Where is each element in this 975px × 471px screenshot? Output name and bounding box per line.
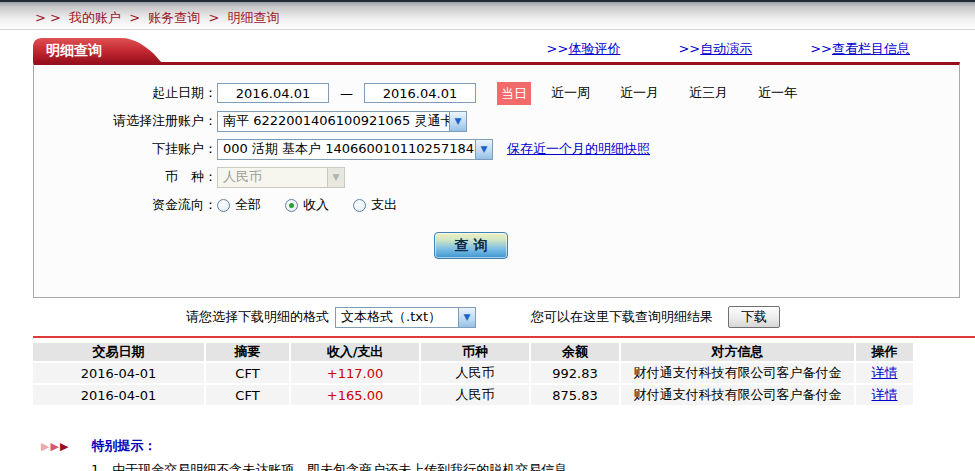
chevron-down-icon[interactable]: ▼ (475, 140, 492, 159)
date-range-label: 起止日期： (34, 84, 217, 102)
flow-option-expense-label: 支出 (371, 196, 397, 214)
flow-option-all[interactable]: 全部 (217, 196, 261, 214)
download-hint-text: 您可以在这里下载查询明细结果 (531, 308, 713, 326)
flow-option-expense[interactable]: 支出 (353, 196, 397, 214)
currency-row: 币 种： 人民币 ▼ (34, 166, 959, 188)
cell-summary: CFT (205, 362, 290, 384)
quick-range-month-button[interactable]: 近一月 (620, 84, 659, 102)
registered-account-label: 请选择注册账户： (34, 112, 217, 130)
link-prefix: >> (547, 41, 569, 56)
cell-counterparty: 财付通支付科技有限公司客户备付金 (620, 362, 855, 384)
transactions-table: 交易日期 摘要 收入/支出 币种 余额 对方信息 操作 2016-04-01 C… (33, 343, 913, 407)
col-header-action: 操作 (855, 343, 913, 362)
breadcrumb-prefix: > > (35, 10, 61, 25)
flow-option-income[interactable]: 收入 (285, 196, 329, 214)
query-button[interactable]: 查 询 (434, 232, 508, 259)
table-row: 2016-04-01 CFT +165.00 人民币 875.83 财付通支付科… (33, 384, 913, 406)
special-note-line: 1．由于现金交易明细不含未达账项，即未包含商户还未上传到我行的脱机交易信息 (41, 461, 960, 471)
date-from-input[interactable] (217, 83, 329, 103)
registered-account-value: 南平 6222001406100921065 灵通卡 (218, 112, 449, 130)
main-content: 明细查询 >>体验评价 >>自动演示 >>查看栏目信息 起止日期： — 当日 近… (0, 38, 975, 471)
tab-detail-query: 明细查询 (33, 38, 161, 62)
download-format-value: 文本格式（.txt） (336, 308, 458, 326)
date-range-row: 起止日期： — 当日 近一周 近一月 近三月 近一年 (34, 82, 959, 104)
currency-value: 人民币 (218, 168, 327, 186)
flow-option-all-label: 全部 (235, 196, 261, 214)
special-note: ▶ ▶ ▶ 特别提示： 1．由于现金交易明细不含未达账项，即未包含商户还未上传到… (33, 437, 960, 471)
cell-currency: 人民币 (420, 362, 530, 384)
quick-range-year-button[interactable]: 近一年 (758, 84, 797, 102)
top-gradient-bar: > > 我的账户 > 账务查询 > 明细查询 (0, 0, 975, 30)
col-header-counterparty: 对方信息 (620, 343, 855, 362)
top-links: >>体验评价 >>自动演示 >>查看栏目信息 (489, 40, 960, 62)
breadcrumb-separator: > (208, 10, 219, 25)
registered-account-row: 请选择注册账户： 南平 6222001406100921065 灵通卡 ▼ (34, 110, 959, 132)
cell-amount: +165.00 (290, 384, 420, 406)
cell-date: 2016-04-01 (33, 384, 205, 406)
download-button[interactable]: 下载 (728, 306, 780, 328)
radio-selected-icon[interactable] (285, 199, 298, 212)
cell-counterparty: 财付通支付科技有限公司客户备付金 (620, 384, 855, 406)
experience-rating-link[interactable]: >>体验评价 (547, 40, 621, 58)
sub-account-label: 下挂账户： (34, 140, 217, 158)
breadcrumb-item-detail-query[interactable]: 明细查询 (227, 10, 279, 25)
sub-account-row: 下挂账户： 000 活期 基本户 1406600101102571848 ▼ 保… (34, 138, 959, 160)
col-header-currency: 币种 (420, 343, 530, 362)
red-divider (33, 336, 975, 338)
breadcrumb: > > 我的账户 > 账务查询 > 明细查询 (0, 2, 975, 27)
cell-balance: 875.83 (530, 384, 620, 406)
triangle-icon: ▶ (50, 441, 58, 452)
quick-range-quarter-button[interactable]: 近三月 (689, 84, 728, 102)
chevron-down-icon[interactable]: ▼ (458, 308, 475, 327)
date-dash: — (340, 86, 353, 101)
fund-flow-label: 资金流向： (34, 196, 217, 214)
triangle-icon: ▶ (60, 441, 68, 452)
download-row: 请您选择下载明细的格式 文本格式（.txt） ▼ 您可以在这里下载查询明细结果 … (33, 305, 960, 329)
link-label: 查看栏目信息 (832, 41, 910, 56)
detail-link[interactable]: 详情 (872, 387, 898, 402)
cell-currency: 人民币 (420, 384, 530, 406)
quick-range-today-button[interactable]: 当日 (497, 82, 531, 105)
view-column-info-link[interactable]: >>查看栏目信息 (810, 40, 910, 58)
currency-label: 币 种： (34, 168, 217, 186)
special-note-header: ▶ ▶ ▶ 特别提示： (41, 437, 960, 455)
fund-flow-row: 资金流向： 全部 收入 支出 (34, 194, 959, 216)
download-format-select[interactable]: 文本格式（.txt） ▼ (335, 307, 476, 328)
query-form: 起止日期： — 当日 近一周 近一月 近三月 近一年 请选择注册账户： 南平 6… (33, 62, 960, 298)
special-note-title: 特别提示： (91, 437, 156, 455)
radio-icon[interactable] (353, 199, 366, 212)
col-header-summary: 摘要 (205, 343, 290, 362)
col-header-amount: 收入/支出 (290, 343, 420, 362)
chevron-down-icon: ▼ (327, 168, 344, 187)
table-header-row: 交易日期 摘要 收入/支出 币种 余额 对方信息 操作 (33, 343, 913, 362)
breadcrumb-separator: > (129, 10, 140, 25)
triangle-icon: ▶ (41, 441, 49, 452)
link-prefix: >> (810, 41, 832, 56)
cell-amount: +117.00 (290, 362, 420, 384)
cell-balance: 992.83 (530, 362, 620, 384)
tab-row: 明细查询 >>体验评价 >>自动演示 >>查看栏目信息 (33, 38, 960, 62)
date-to-input[interactable] (364, 83, 476, 103)
chevron-down-icon[interactable]: ▼ (449, 112, 466, 131)
download-format-label: 请您选择下载明细的格式 (186, 308, 329, 326)
radio-icon[interactable] (217, 199, 230, 212)
detail-link[interactable]: 详情 (872, 365, 898, 380)
registered-account-select[interactable]: 南平 6222001406100921065 灵通卡 ▼ (217, 111, 467, 132)
flow-option-income-label: 收入 (303, 196, 329, 214)
currency-select-disabled: 人民币 ▼ (217, 167, 345, 188)
auto-demo-link[interactable]: >>自动演示 (678, 40, 752, 58)
cell-summary: CFT (205, 384, 290, 406)
save-monthly-snapshot-link[interactable]: 保存近一个月的明细快照 (507, 140, 650, 158)
quick-range-week-button[interactable]: 近一周 (551, 84, 590, 102)
col-header-date: 交易日期 (33, 343, 205, 362)
link-prefix: >> (678, 41, 700, 56)
breadcrumb-item-account-query[interactable]: 账务查询 (148, 10, 200, 25)
link-label: 自动演示 (700, 41, 752, 56)
sub-account-value: 000 活期 基本户 1406600101102571848 (218, 140, 475, 158)
cell-date: 2016-04-01 (33, 362, 205, 384)
sub-account-select[interactable]: 000 活期 基本户 1406600101102571848 ▼ (217, 139, 493, 160)
col-header-balance: 余额 (530, 343, 620, 362)
link-label: 体验评价 (568, 41, 620, 56)
table-row: 2016-04-01 CFT +117.00 人民币 992.83 财付通支付科… (33, 362, 913, 384)
breadcrumb-item-my-account[interactable]: 我的账户 (69, 10, 121, 25)
